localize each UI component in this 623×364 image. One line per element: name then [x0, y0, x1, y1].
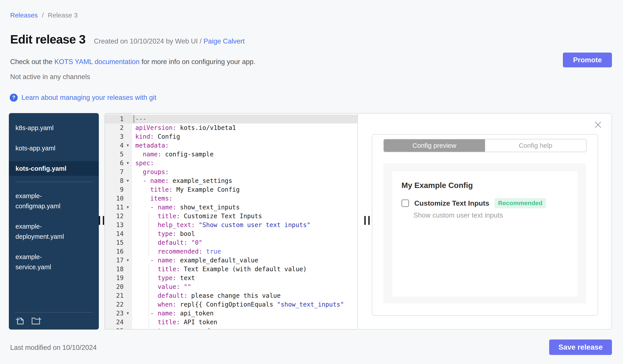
- doc-hint-suffix: for more info on configuring your app.: [139, 58, 255, 66]
- code-text: - name: show_text_inputs: [132, 203, 357, 212]
- file-item-example-deployment.yaml[interactable]: example-deployment.yaml: [9, 219, 99, 244]
- fold-spacer: [124, 283, 132, 291]
- gutter-cell: 11▼: [105, 203, 132, 212]
- file-item-example-configmap.yaml[interactable]: example-configmap.yaml: [9, 189, 99, 213]
- git-help-row[interactable]: ? Learn about managing your releases wit…: [10, 94, 156, 101]
- customize-text-inputs-checkbox[interactable]: [401, 200, 409, 207]
- code-rows: 1---2apiVersion: kots.io/v1beta13kind: C…: [105, 114, 357, 329]
- fold-arrow-icon[interactable]: ▼: [124, 177, 132, 185]
- file-label: kots-app.yaml: [16, 143, 55, 153]
- code-line-10: 10 items:: [105, 194, 357, 203]
- fold-spacer: [124, 168, 132, 177]
- workspace: k8s-app.yamlkots-app.yamlkots-config.yam…: [9, 113, 612, 329]
- close-icon[interactable]: [594, 121, 602, 129]
- doc-hint-prefix: Check out the: [10, 58, 54, 66]
- code-line-3: 3kind: Config: [105, 132, 357, 141]
- tab-config-preview[interactable]: Config preview: [384, 139, 485, 152]
- fold-spacer: [124, 229, 132, 238]
- config-card: My Example Config Customize Text Inputs …: [392, 171, 578, 296]
- add-folder-button[interactable]: [30, 316, 42, 327]
- fold-arrow-icon[interactable]: ▼: [124, 159, 132, 168]
- tab-config-help[interactable]: Config help: [485, 139, 586, 152]
- folder-plus-icon: [30, 316, 42, 326]
- fold-arrow-icon[interactable]: ▼: [124, 203, 132, 212]
- edit-release-page: Releases / Release 3 Edit release 3 Crea…: [0, 0, 623, 364]
- line-number: 20: [105, 283, 124, 291]
- code-text: title: Text Example (with default value): [132, 265, 357, 274]
- line-number: 14: [105, 229, 124, 238]
- save-release-button[interactable]: Save release: [549, 340, 612, 355]
- gutter-cell: 19: [105, 274, 132, 283]
- code-line-6: 6▼spec:: [105, 159, 357, 168]
- fold-spacer: [124, 123, 132, 132]
- fold-spacer: [124, 274, 132, 283]
- promote-button[interactable]: Promote: [563, 53, 612, 67]
- code-line-2: 2apiVersion: kots.io/v1beta1: [105, 123, 357, 132]
- file-tree-actions: [15, 312, 93, 327]
- recommended-badge: Recommended: [494, 198, 546, 208]
- code-text: - name: api_token: [132, 309, 357, 318]
- line-number: 18: [105, 265, 124, 274]
- breadcrumb-link-releases[interactable]: Releases: [10, 12, 38, 19]
- add-file-button[interactable]: [15, 316, 26, 327]
- file-item-example-service.yaml[interactable]: example-service.yaml: [9, 250, 99, 274]
- code-text: when: repl{{ ConfigOptionEquals "show_te…: [132, 300, 357, 309]
- kots-docs-link[interactable]: KOTS YAML documentation: [54, 58, 139, 66]
- file-list: k8s-app.yamlkots-app.yamlkots-config.yam…: [9, 113, 99, 274]
- code-line-16: 16 recommended: true: [105, 247, 357, 256]
- code-line-15: 15 default: "0": [105, 238, 357, 247]
- code-text: title: API token: [132, 318, 357, 327]
- file-label: example-deployment.yaml: [16, 221, 76, 242]
- line-number: 2: [105, 123, 124, 132]
- gutter-cell: 1: [105, 115, 132, 123]
- fold-spacer: [124, 194, 132, 203]
- gutter-cell: 10: [105, 194, 132, 203]
- code-text: items:: [132, 194, 357, 203]
- code-line-4: 4▼metadata:: [105, 141, 357, 150]
- author-link[interactable]: Paige Calvert: [203, 37, 245, 45]
- code-text: default: "0": [132, 238, 357, 247]
- preview-tabs: Config previewConfig help: [383, 139, 586, 152]
- config-item-row: Customize Text Inputs Recommended: [401, 198, 546, 208]
- gutter-cell: 6▼: [105, 159, 132, 168]
- code-text: - name: example_settings: [132, 177, 357, 185]
- fold-spacer: [124, 115, 132, 123]
- line-number: 19: [105, 274, 124, 283]
- code-text: type: bool: [132, 229, 357, 238]
- gutter-cell: 7: [105, 168, 132, 177]
- code-line-18: 18 title: Text Example (with default val…: [105, 265, 357, 274]
- code-text: groups:: [132, 168, 357, 177]
- file-plus-icon: [15, 316, 26, 326]
- code-line-7: 7 groups:: [105, 168, 357, 177]
- fold-arrow-icon[interactable]: ▼: [124, 309, 132, 318]
- line-number: 11: [105, 203, 124, 212]
- fold-arrow-icon[interactable]: ▼: [124, 141, 132, 150]
- git-help-link[interactable]: Learn about managing your releases with …: [22, 94, 156, 101]
- channel-status: Not active in any channels: [10, 73, 90, 81]
- breadcrumb: Releases / Release 3: [10, 12, 78, 19]
- file-list-divider: [15, 182, 93, 182]
- file-item-kots-config.yaml[interactable]: kots-config.yaml: [9, 161, 99, 176]
- preview-body: My Example Config Customize Text Inputs …: [383, 163, 586, 303]
- file-item-k8s-app.yaml[interactable]: k8s-app.yaml: [9, 121, 99, 135]
- file-tree: k8s-app.yamlkots-app.yamlkots-config.yam…: [9, 113, 99, 329]
- code-text: title: My Example Config: [132, 185, 357, 194]
- gutter-cell: 12: [105, 212, 132, 221]
- last-modified: Last modified on 10/10/2024: [10, 344, 97, 352]
- line-number: 16: [105, 247, 124, 256]
- line-number: 23: [105, 309, 124, 318]
- code-line-25: 25 type: password: [105, 327, 357, 329]
- line-number: 12: [105, 212, 124, 221]
- fold-arrow-icon[interactable]: ▼: [124, 256, 132, 265]
- resize-handle-right[interactable]: [364, 216, 370, 225]
- text-cursor: [133, 115, 134, 123]
- code-line-17: 17▼ - name: example_default_value: [105, 256, 357, 265]
- code-text: apiVersion: kots.io/v1beta1: [132, 123, 357, 132]
- question-circle-icon: ?: [10, 94, 18, 101]
- yaml-editor[interactable]: 1---2apiVersion: kots.io/v1beta13kind: C…: [105, 113, 357, 329]
- file-item-kots-app.yaml[interactable]: kots-app.yaml: [9, 141, 99, 156]
- gutter-cell: 3: [105, 132, 132, 141]
- created-text: Created on 10/10/2024 by Web UI /: [94, 37, 202, 45]
- resize-handle-left[interactable]: [99, 216, 104, 225]
- code-line-21: 21 default: please change this value: [105, 291, 357, 300]
